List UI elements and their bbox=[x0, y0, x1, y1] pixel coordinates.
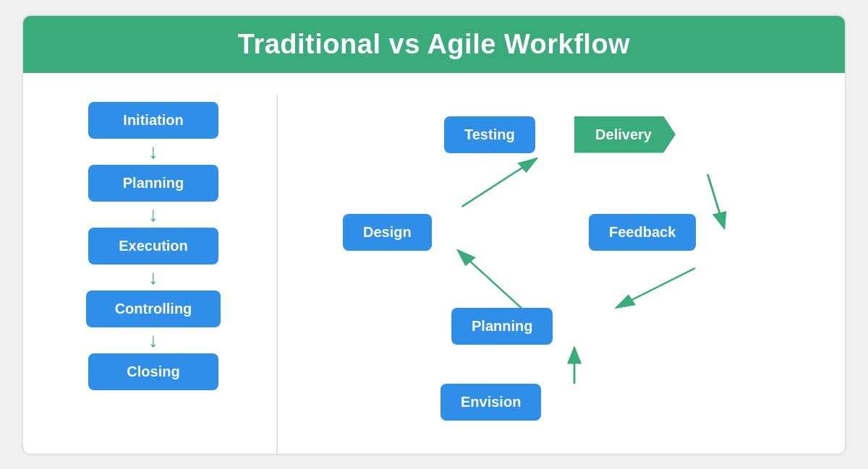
trad-node-planning: Planning bbox=[88, 165, 218, 202]
svg-line-3 bbox=[616, 268, 695, 308]
agile-arrows bbox=[299, 95, 816, 455]
content-area: Initiation ↓ Planning ↓ Execution ↓ Cont… bbox=[23, 73, 845, 455]
agile-node-planning: Planning bbox=[451, 308, 553, 345]
arrow-3: ↓ bbox=[148, 267, 158, 288]
agile-workflow: Testing Delivery Design Feedback Plannin… bbox=[299, 95, 816, 455]
arrow-4: ↓ bbox=[148, 330, 158, 350]
trad-node-initiation: Initiation bbox=[88, 102, 218, 139]
header: Traditional vs Agile Workflow bbox=[23, 16, 845, 73]
section-divider bbox=[276, 95, 278, 455]
arrow-2: ↓ bbox=[148, 205, 158, 225]
svg-line-2 bbox=[707, 174, 724, 228]
main-card: Traditional vs Agile Workflow Initiation… bbox=[22, 14, 846, 455]
trad-node-execution: Execution bbox=[88, 228, 218, 264]
trad-node-controlling: Controlling bbox=[86, 291, 221, 327]
svg-line-1 bbox=[462, 158, 537, 207]
traditional-workflow: Initiation ↓ Planning ↓ Execution ↓ Cont… bbox=[52, 95, 255, 455]
agile-node-feedback: Feedback bbox=[589, 214, 696, 251]
agile-node-envision: Envision bbox=[441, 384, 541, 421]
page-title: Traditional vs Agile Workflow bbox=[45, 29, 823, 60]
trad-node-closing: Closing bbox=[88, 353, 218, 390]
agile-node-testing: Testing bbox=[444, 116, 535, 153]
agile-node-design: Design bbox=[343, 214, 432, 251]
agile-node-delivery: Delivery bbox=[574, 116, 676, 153]
arrow-1: ↓ bbox=[148, 142, 158, 162]
